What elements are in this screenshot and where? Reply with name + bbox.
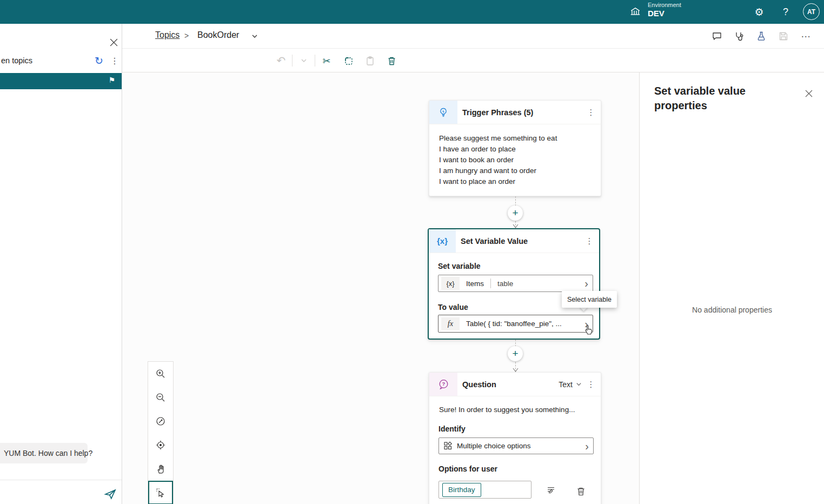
stethoscope-icon [734, 31, 745, 42]
trigger-node-header[interactable]: Trigger Phrases (5) ⋮ [429, 101, 601, 124]
select-tool-button[interactable] [148, 481, 173, 504]
chevron-right-icon[interactable]: › [584, 278, 588, 289]
help-icon: ? [783, 6, 788, 18]
svg-text:?: ? [442, 381, 445, 387]
undo-button[interactable]: ↶ [273, 52, 290, 69]
to-value-input[interactable]: fx Table( { tid: "banoffee_pie", ... › [438, 315, 593, 333]
trigger-phrase: Please suggest me something to eat [439, 133, 591, 144]
panel-close-button[interactable] [107, 36, 120, 49]
canvas-toolbar: ↶ ✂ {x} [122, 49, 824, 72]
flag-icon[interactable]: ⚑ [108, 76, 115, 84]
set-variable-node-title: Set Variable Value [461, 237, 583, 246]
trigger-node-menu-button[interactable]: ⋮ [584, 106, 597, 119]
variable-icon: {x} [437, 236, 448, 246]
send-icon [104, 488, 117, 501]
trigger-phrase: I want to place an order [439, 176, 591, 187]
settings-button[interactable]: ⚙ [753, 5, 766, 18]
pan-tool-button[interactable] [148, 457, 173, 481]
question-node[interactable]: ? Question Text ⋮ Sure! In order to sugg… [429, 372, 601, 504]
trigger-phrase: I want to book an order [439, 155, 591, 165]
more-actions-button[interactable]: ⋯ [797, 28, 814, 45]
chevron-down-icon [575, 381, 582, 388]
add-node-button[interactable]: + [508, 205, 523, 221]
question-node-header[interactable]: ? Question Text ⋮ [429, 373, 601, 396]
hand-icon [156, 464, 166, 474]
variable-picker-input[interactable]: {x} Items table › [438, 275, 593, 292]
avatar[interactable]: AT [803, 3, 820, 20]
comments-button[interactable] [708, 28, 726, 45]
question-message: Sure! In order to suggest you something.… [439, 406, 575, 414]
help-button[interactable]: ? [779, 5, 792, 18]
chevron-down-icon [300, 57, 308, 64]
track-topics-label: en topics [1, 56, 32, 65]
set-variable-menu-button[interactable]: ⋮ [583, 235, 596, 248]
option-input[interactable]: Birthday [438, 481, 531, 499]
close-icon [109, 38, 118, 47]
scissors-icon: ✂ [322, 55, 330, 67]
canvas-zoom-toolbar [148, 361, 174, 504]
bot-message-bubble: YUM Bot. How can I help? [0, 443, 88, 463]
question-menu-button[interactable]: ⋮ [584, 378, 597, 391]
environment-label: Environment [648, 2, 681, 8]
properties-panel-title: Set variable value properties [654, 84, 768, 113]
variable-chip-icon: {x} [441, 277, 460, 290]
zoom-in-icon [155, 368, 166, 379]
authoring-canvas[interactable]: Trigger Phrases (5) ⋮ Please suggest me … [123, 72, 639, 504]
panel-more-button[interactable]: ⋮ [109, 55, 120, 67]
identify-input[interactable]: Multiple choice options › [438, 437, 594, 454]
set-variable-icon-cell: {x} [429, 229, 456, 253]
close-icon [805, 89, 813, 98]
center-canvas-button[interactable] [148, 433, 173, 457]
undo-dropdown-button[interactable] [295, 52, 313, 69]
zoom-out-button[interactable] [148, 386, 173, 409]
reset-view-button[interactable] [148, 409, 173, 433]
delete-button[interactable] [383, 52, 400, 69]
zoom-in-button[interactable] [148, 362, 173, 386]
identify-value: Multiple choice options [457, 442, 531, 450]
edit-option-button[interactable] [543, 483, 559, 499]
top-bar: Environment DEV ⚙ ? AT [0, 0, 824, 24]
environment-name: DEV [648, 9, 664, 18]
lightbulb-icon [438, 107, 449, 118]
breadcrumb-topics-link[interactable]: Topics [155, 30, 180, 40]
copy-button[interactable] [340, 52, 357, 69]
to-value-label: To value [438, 303, 468, 311]
trigger-phrase: I have an order to place [439, 144, 591, 155]
trigger-phrase: I am hungry and want to order [439, 165, 591, 176]
plus-icon: + [512, 207, 518, 219]
connector-arrow-icon [513, 224, 519, 228]
toolbar-divider [292, 55, 293, 67]
topic-dropdown-button[interactable] [251, 32, 258, 40]
delete-option-button[interactable] [573, 483, 589, 499]
question-type-dropdown[interactable]: Text [559, 380, 582, 389]
refresh-button[interactable]: ↻ [92, 54, 105, 67]
cut-button[interactable]: ✂ [318, 52, 335, 69]
chat-input-divider [0, 480, 122, 480]
properties-panel: Set variable value properties No additio… [639, 72, 824, 504]
identify-label: Identify [438, 425, 466, 433]
bot-message-text: YUM Bot. How can I help? [0, 449, 92, 457]
question-type-value: Text [559, 380, 573, 389]
beaker-icon [756, 31, 767, 42]
send-message-button[interactable] [104, 488, 118, 502]
save-icon [778, 31, 789, 42]
trigger-phrases-node[interactable]: Trigger Phrases (5) ⋮ Please suggest me … [429, 100, 601, 196]
add-node-button[interactable]: + [508, 346, 523, 361]
properties-close-button[interactable] [802, 87, 815, 100]
test-bot-button[interactable] [753, 28, 770, 45]
paste-button[interactable] [361, 52, 378, 69]
connector-arrow-icon [513, 368, 519, 372]
topic-checker-button[interactable] [730, 28, 748, 45]
variable-name: Items [466, 280, 484, 288]
save-button[interactable] [775, 28, 792, 45]
mouse-cursor-icon [584, 324, 594, 336]
select-variable-tooltip: Select variable [562, 291, 617, 308]
chevron-right-icon[interactable]: › [585, 441, 589, 452]
set-variable-node-header[interactable]: {x} Set Variable Value ⋮ [429, 229, 599, 253]
to-value-expression: Table( { tid: "banoffee_pie", ... [466, 320, 562, 328]
undo-icon: ↶ [277, 54, 286, 67]
zoom-out-icon [155, 392, 166, 403]
option-chip[interactable]: Birthday [442, 483, 481, 497]
set-variable-node[interactable]: {x} Set Variable Value ⋮ Set variable {x… [428, 228, 600, 340]
tooltip-text: Select variable [567, 296, 612, 303]
